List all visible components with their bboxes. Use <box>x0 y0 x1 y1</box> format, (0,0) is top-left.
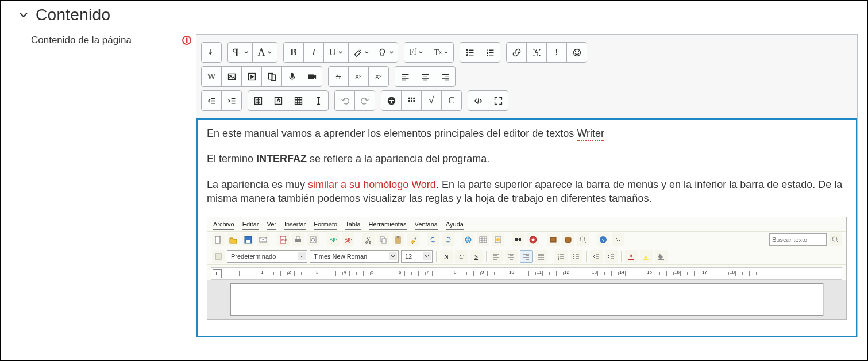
indent-button[interactable] <box>221 90 242 111</box>
rich-text-editor: A B I U Ff Tx <box>196 34 858 337</box>
lo-find-icon <box>512 233 524 246</box>
undo-button[interactable] <box>334 90 355 111</box>
lo-fontsize-dropdown: 12 <box>401 250 433 263</box>
align-right-button[interactable] <box>435 66 456 87</box>
record-audio-button[interactable] <box>281 66 302 87</box>
record-video-button[interactable] <box>302 66 322 87</box>
lo-italic-icon: C <box>455 250 468 263</box>
lo-underline-icon: S <box>470 250 483 263</box>
svg-text:ABC: ABC <box>345 237 352 242</box>
insert-media-button[interactable] <box>241 66 262 87</box>
svg-point-5 <box>466 54 468 55</box>
link-button[interactable] <box>506 42 527 63</box>
lo-more-icon <box>612 233 624 246</box>
toolbar-toggle-button[interactable] <box>201 42 222 63</box>
html-source-button[interactable] <box>468 90 488 111</box>
lo-bgcolor-icon <box>655 250 668 263</box>
svg-point-48 <box>496 238 500 241</box>
align-left-button[interactable] <box>395 66 415 87</box>
italic-button[interactable]: I <box>303 42 324 63</box>
underline-button[interactable]: U <box>323 42 349 63</box>
paragraph-style-button[interactable] <box>227 42 253 63</box>
wiris-button[interactable]: W <box>201 66 222 87</box>
svg-rect-53 <box>550 237 556 242</box>
exclamation-button[interactable]: ! <box>546 42 567 63</box>
lo-nonprinting-icon <box>577 233 589 246</box>
lo-menu-item: Insertar <box>284 220 306 230</box>
lo-styles-icon <box>212 250 225 263</box>
lo-pdf-icon: PDF <box>277 233 290 246</box>
svg-point-64 <box>573 256 574 257</box>
lo-fontcolor-icon: A <box>625 250 638 263</box>
equation-editor-button[interactable] <box>248 90 268 111</box>
outdent-button[interactable] <box>201 90 222 111</box>
paragraph-3: La apariencia es muy similar a su homólo… <box>207 178 847 206</box>
lo-formatting-toolbar: Predeterminado Times New Roman 12 N C S <box>207 248 846 265</box>
fullscreen-button[interactable] <box>488 90 508 111</box>
strikethrough-button[interactable]: S <box>328 66 349 87</box>
text-cursor-button[interactable] <box>308 90 329 111</box>
lo-menu-item: Herramientas <box>369 220 407 230</box>
lo-align-center-icon <box>505 250 518 263</box>
bold-button[interactable]: B <box>283 42 304 63</box>
superscript-button[interactable]: x2 <box>368 66 389 87</box>
svg-point-55 <box>580 237 585 241</box>
lo-autospell-icon: ABC <box>342 233 354 246</box>
svg-point-4 <box>466 52 468 53</box>
editor-content-area[interactable]: En este manual vamos a aprender los elem… <box>196 118 857 337</box>
spellcheck-word: Writer <box>577 128 604 141</box>
lo-style-dropdown: Predeterminado <box>227 250 307 263</box>
redo-button[interactable] <box>354 90 375 111</box>
svg-point-26 <box>413 100 414 101</box>
align-center-button[interactable] <box>415 66 435 87</box>
clear-formatting-button[interactable]: Tx <box>429 42 454 63</box>
font-family-button[interactable]: Ff <box>404 42 429 63</box>
lo-preview-icon <box>307 233 319 246</box>
svg-point-58 <box>832 237 837 241</box>
lo-menubar: ArchivoEditarVerInsertarFormatoTablaHerr… <box>207 217 846 232</box>
lo-open-icon <box>227 233 240 246</box>
lo-print-icon <box>292 233 304 246</box>
lo-spellcheck-icon: ABC <box>327 233 340 246</box>
libreoffice-screenshot: ArchivoEditarVerInsertarFormatoTablaHerr… <box>207 217 847 320</box>
unlink-button[interactable] <box>526 42 547 63</box>
lo-table-icon <box>477 233 489 246</box>
collapse-toggle-icon[interactable] <box>18 10 29 20</box>
lo-align-right-icon <box>520 250 533 263</box>
svg-point-8 <box>578 51 578 52</box>
table-button[interactable] <box>288 90 308 111</box>
lo-menu-item: Ayuda <box>446 220 464 230</box>
lo-menu-item: Formato <box>314 220 337 230</box>
lo-menu-item: Archivo <box>213 220 234 230</box>
lo-align-left-icon <box>490 250 503 263</box>
accessibility-checker-button[interactable] <box>381 90 402 111</box>
insert-char-button[interactable] <box>268 90 288 111</box>
svg-rect-69 <box>658 259 664 260</box>
manage-files-button[interactable] <box>261 66 282 87</box>
screenreader-helper-button[interactable] <box>401 90 422 111</box>
editor-toolbar: A B I U Ff Tx <box>196 35 857 118</box>
font-size-button[interactable]: A <box>252 42 277 63</box>
chem-button[interactable]: C <box>441 90 462 111</box>
emoji-button[interactable] <box>566 42 587 63</box>
lo-page-area <box>207 280 846 319</box>
bullet-list-button[interactable] <box>460 42 480 63</box>
svg-rect-49 <box>515 238 518 241</box>
insert-image-button[interactable] <box>221 66 242 87</box>
numbered-list-button[interactable] <box>480 42 500 63</box>
lo-redo-icon <box>442 233 454 246</box>
svg-point-25 <box>411 100 412 101</box>
lo-show-draw-icon <box>492 233 504 246</box>
svg-point-3 <box>466 49 468 51</box>
svg-text:PDF: PDF <box>281 239 287 242</box>
svg-rect-59 <box>215 254 221 259</box>
subscript-button[interactable]: x2 <box>348 66 369 87</box>
highlight-button[interactable] <box>373 42 398 63</box>
word-comparison-link[interactable]: similar a su homólogo Word <box>308 179 436 190</box>
svg-point-52 <box>532 239 535 241</box>
lo-undo-icon <box>427 233 439 246</box>
sqrt-button[interactable]: √ <box>421 90 442 111</box>
lo-gallery-icon <box>547 233 560 246</box>
font-color-button[interactable] <box>348 42 373 63</box>
lo-menu-item: Ver <box>267 220 276 230</box>
